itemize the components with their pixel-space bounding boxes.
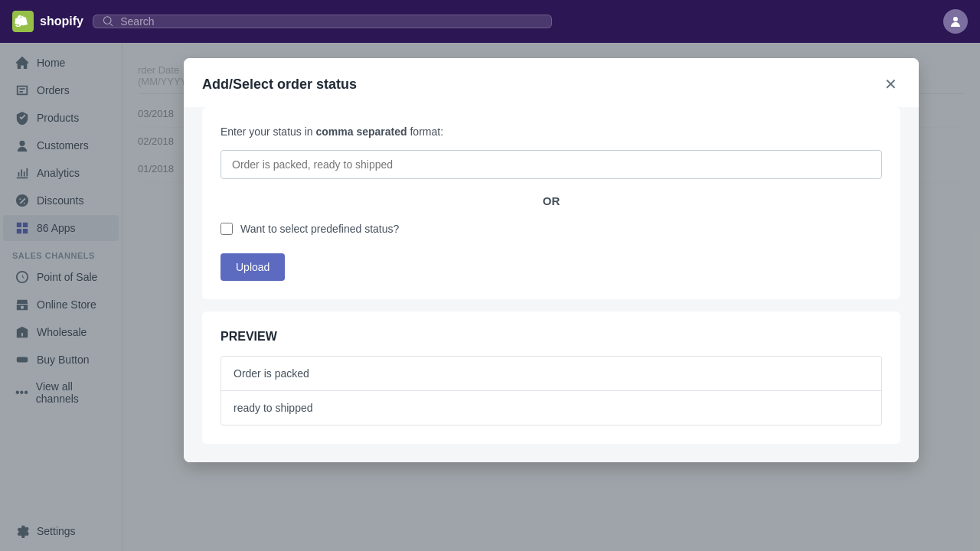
user-icon bbox=[949, 15, 962, 28]
preview-title: PREVIEW bbox=[220, 330, 882, 344]
main-layout: Home Orders Products Customers Analytics… bbox=[0, 43, 980, 551]
instruction-suffix: format: bbox=[407, 126, 443, 138]
avatar[interactable] bbox=[943, 9, 968, 34]
preview-table: Order is packed ready to shipped bbox=[220, 356, 882, 425]
content-area: rder Date (MM/YYYY) 03/2018 02/2018 01/2… bbox=[122, 43, 980, 551]
search-bar[interactable] bbox=[93, 15, 552, 28]
modal-close-button[interactable]: ✕ bbox=[881, 73, 900, 95]
preview-section: PREVIEW Order is packed ready to shipped bbox=[202, 311, 900, 444]
predefined-status-row: Want to select predefined status? bbox=[220, 223, 882, 235]
or-divider: OR bbox=[220, 194, 882, 207]
shopify-logo[interactable]: s shopify bbox=[12, 11, 83, 32]
modal-input-section: Enter your status in comma separated for… bbox=[202, 107, 900, 299]
modal-header: Add/Select order status ✕ bbox=[184, 58, 919, 107]
close-icon: ✕ bbox=[884, 76, 897, 93]
svg-text:s: s bbox=[15, 16, 22, 29]
predefined-status-label: Want to select predefined status? bbox=[240, 223, 399, 235]
modal-overlay: Add/Select order status ✕ Enter your sta… bbox=[122, 43, 980, 551]
instruction-bold: comma separated bbox=[316, 126, 407, 138]
modal-body: Enter your status in comma separated for… bbox=[184, 107, 919, 462]
upload-button[interactable]: Upload bbox=[220, 253, 285, 281]
instruction-text: Enter your status in comma separated for… bbox=[220, 126, 882, 138]
search-icon bbox=[103, 15, 114, 28]
order-status-input[interactable] bbox=[220, 150, 882, 179]
search-input[interactable] bbox=[120, 15, 542, 28]
predefined-status-checkbox[interactable] bbox=[220, 223, 233, 235]
logo-text: shopify bbox=[40, 15, 83, 28]
instruction-prefix: Enter your status in bbox=[220, 126, 316, 138]
preview-row-2: ready to shipped bbox=[221, 391, 881, 425]
shopify-logo-icon: s bbox=[12, 11, 34, 32]
modal-add-select-order-status: Add/Select order status ✕ Enter your sta… bbox=[184, 58, 919, 462]
topnav-right bbox=[943, 9, 968, 34]
modal-title: Add/Select order status bbox=[202, 77, 357, 93]
top-navigation: s shopify bbox=[0, 0, 980, 43]
preview-row-1: Order is packed bbox=[221, 357, 881, 391]
